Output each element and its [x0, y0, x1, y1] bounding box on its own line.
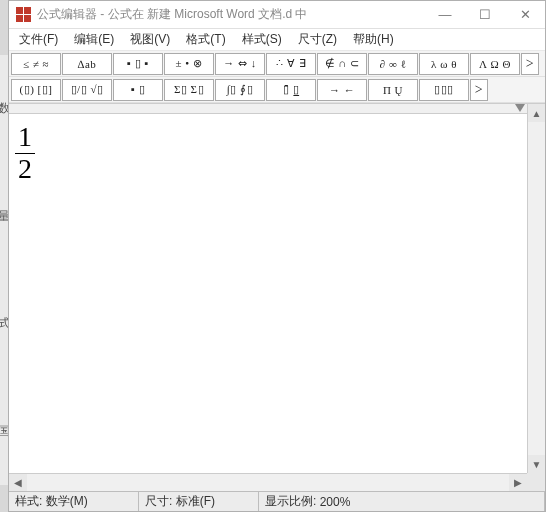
palette-embellishments[interactable]: ▪ ▯ ▪: [113, 53, 163, 75]
template-summation[interactable]: Σ▯ Σ▯: [164, 79, 214, 101]
close-button[interactable]: ✕: [505, 1, 545, 29]
symbol-toolbars: ≤ ≠ ≈ ∆ab ▪ ▯ ▪ ± • ⊗ → ⇔ ↓ ∴ ∀ ∃ ∉ ∩ ⊂ …: [9, 51, 545, 104]
vscroll-track[interactable]: [528, 122, 545, 455]
horizontal-scrollbar[interactable]: ◀ ▶: [9, 473, 527, 491]
menu-view[interactable]: 视图(V): [124, 29, 176, 50]
palette-greek-lower[interactable]: λ ω θ: [419, 53, 469, 75]
palette-set-theory[interactable]: ∉ ∩ ⊂: [317, 53, 367, 75]
scroll-right-icon[interactable]: ▶: [509, 474, 527, 491]
palette-logic[interactable]: ∴ ∀ ∃: [266, 53, 316, 75]
statusbar: 样式: 数学(M) 尺寸: 标准(F) 显示比例: 200%: [9, 491, 545, 511]
palette-spaces[interactable]: ∆ab: [62, 53, 112, 75]
status-size-value: 标准(F): [176, 493, 215, 510]
minimize-button[interactable]: —: [425, 1, 465, 29]
fraction-numerator[interactable]: 1: [15, 122, 35, 154]
ruler[interactable]: [9, 104, 527, 114]
scroll-corner: [527, 473, 545, 491]
fraction[interactable]: 1 2: [15, 122, 35, 185]
template-integral[interactable]: ∫▯ ∮▯: [215, 79, 265, 101]
content-area: 1 2 ▲ ▼ ◀ ▶: [9, 104, 545, 491]
scroll-up-icon[interactable]: ▲: [528, 104, 545, 122]
hscroll-track[interactable]: [27, 474, 509, 491]
app-icon: [15, 7, 31, 23]
status-style-label: 样式:: [15, 493, 42, 510]
scroll-down-icon[interactable]: ▼: [528, 455, 545, 473]
palette-operators[interactable]: ± • ⊗: [164, 53, 214, 75]
menu-file[interactable]: 文件(F): [13, 29, 64, 50]
menu-size[interactable]: 尺寸(Z): [292, 29, 343, 50]
status-style[interactable]: 样式: 数学(M): [9, 492, 139, 511]
menu-format[interactable]: 格式(T): [180, 29, 231, 50]
template-fences[interactable]: (▯) [▯]: [11, 79, 61, 101]
menubar: 文件(F) 编辑(E) 视图(V) 格式(T) 样式(S) 尺寸(Z) 帮助(H…: [9, 29, 545, 51]
template-overbar-underbar[interactable]: ▯̄ ▯̲: [266, 79, 316, 101]
titlebar[interactable]: 公式编辑器 - 公式在 新建 Microsoft Word 文档.d 中 — ☐…: [9, 1, 545, 29]
maximize-button[interactable]: ☐: [465, 1, 505, 29]
menu-style[interactable]: 样式(S): [236, 29, 288, 50]
menu-edit[interactable]: 编辑(E): [68, 29, 120, 50]
template-subscript-superscript[interactable]: ▪ ▯: [113, 79, 163, 101]
status-size[interactable]: 尺寸: 标准(F): [139, 492, 259, 511]
toolbar-overflow-2[interactable]: >: [470, 79, 488, 101]
equation-canvas[interactable]: 1 2: [9, 114, 527, 473]
status-style-value: 数学(M): [46, 493, 88, 510]
scroll-left-icon[interactable]: ◀: [9, 474, 27, 491]
ruler-stop-icon: [515, 104, 525, 112]
fraction-denominator[interactable]: 2: [15, 154, 35, 185]
background-cut: 数量式国: [0, 55, 8, 485]
template-labeled-arrows[interactable]: → ←: [317, 79, 367, 101]
menu-help[interactable]: 帮助(H): [347, 29, 400, 50]
template-products[interactable]: Π Ų: [368, 79, 418, 101]
toolbar-row-1: ≤ ≠ ≈ ∆ab ▪ ▯ ▪ ± • ⊗ → ⇔ ↓ ∴ ∀ ∃ ∉ ∩ ⊂ …: [9, 51, 545, 77]
palette-arrows[interactable]: → ⇔ ↓: [215, 53, 265, 75]
palette-relations[interactable]: ≤ ≠ ≈: [11, 53, 61, 75]
status-zoom-label: 显示比例:: [265, 493, 316, 510]
template-fraction-radical[interactable]: ▯/▯ √▯: [62, 79, 112, 101]
window-title: 公式编辑器 - 公式在 新建 Microsoft Word 文档.d 中: [37, 6, 425, 23]
palette-misc[interactable]: ∂ ∞ ℓ: [368, 53, 418, 75]
toolbar-row-2: (▯) [▯] ▯/▯ √▯ ▪ ▯ Σ▯ Σ▯ ∫▯ ∮▯ ▯̄ ▯̲ → ←…: [9, 77, 545, 103]
palette-greek-upper[interactable]: Λ Ω Θ: [470, 53, 520, 75]
status-zoom-value: 200%: [320, 495, 351, 509]
template-matrix[interactable]: ▯▯▯: [419, 79, 469, 101]
equation-editor-window: 公式编辑器 - 公式在 新建 Microsoft Word 文档.d 中 — ☐…: [8, 0, 546, 512]
status-size-label: 尺寸:: [145, 493, 172, 510]
vertical-scrollbar[interactable]: ▲ ▼: [527, 104, 545, 473]
toolbar-overflow-1[interactable]: >: [521, 53, 539, 75]
status-zoom[interactable]: 显示比例: 200%: [259, 492, 545, 511]
